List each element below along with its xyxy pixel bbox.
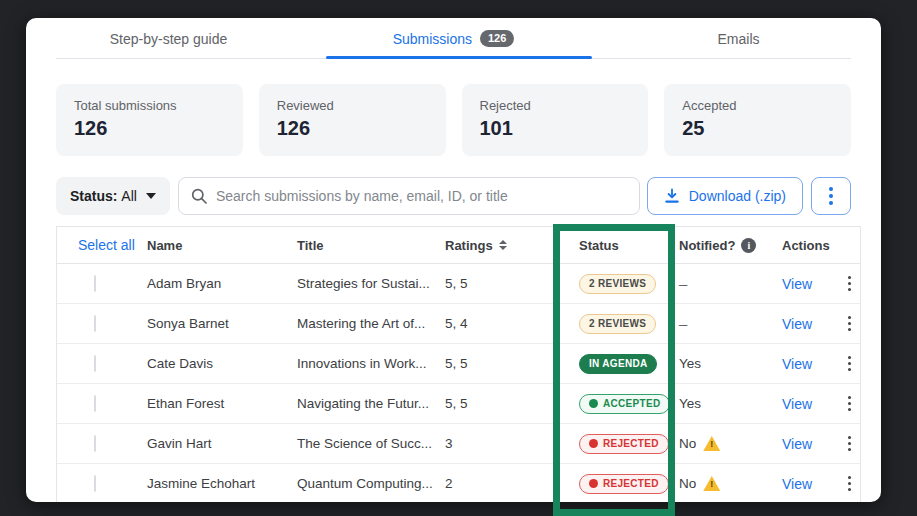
cell-title: Navigating the Futur... bbox=[297, 396, 445, 411]
cell-notified: – bbox=[679, 315, 687, 332]
stat-accepted: Accepted 25 bbox=[664, 84, 851, 156]
row-checkbox[interactable] bbox=[94, 315, 96, 332]
cell-title: The Science of Succ... bbox=[297, 436, 445, 451]
cell-name: Adam Bryan bbox=[147, 276, 297, 291]
row-kebab-icon[interactable] bbox=[848, 475, 851, 492]
status-dot bbox=[589, 439, 598, 448]
cell-title: Strategies for Sustai... bbox=[297, 276, 445, 291]
status-filter-dropdown[interactable]: Status: All bbox=[56, 177, 170, 215]
status-filter-text: Status: All bbox=[70, 188, 137, 204]
submissions-table: Select all Name Title Ratings Status Not… bbox=[56, 226, 861, 502]
kebab-icon bbox=[829, 185, 833, 207]
info-icon[interactable]: i bbox=[741, 238, 756, 253]
status-badge: 2 REVIEWS bbox=[579, 274, 656, 294]
row-kebab-icon[interactable] bbox=[848, 395, 851, 412]
cell-name: Ethan Forest bbox=[147, 396, 297, 411]
row-kebab-icon[interactable] bbox=[848, 275, 851, 292]
cell-ratings: 5, 5 bbox=[445, 276, 569, 291]
stat-rejected: Rejected 101 bbox=[462, 84, 649, 156]
toolbar-more-options-button[interactable] bbox=[811, 177, 851, 215]
tab-label: Submissions bbox=[393, 31, 472, 47]
stat-label: Total submissions bbox=[74, 98, 225, 113]
sort-icon[interactable] bbox=[499, 240, 507, 250]
stat-label: Reviewed bbox=[277, 98, 428, 113]
cell-notified: No bbox=[679, 476, 696, 491]
row-checkbox[interactable] bbox=[94, 355, 96, 372]
view-link[interactable]: View bbox=[782, 436, 812, 452]
column-header-actions: Actions bbox=[782, 238, 860, 253]
column-header-title: Title bbox=[297, 238, 445, 253]
stat-value: 126 bbox=[277, 117, 428, 140]
cell-title: Quantum Computing... bbox=[297, 476, 445, 491]
download-label: Download (.zip) bbox=[689, 188, 786, 204]
tab-step-by-step-guide[interactable]: Step-by-step guide bbox=[26, 18, 311, 59]
status-dot bbox=[589, 399, 598, 408]
cell-notified: Yes bbox=[679, 356, 701, 371]
status-badge: IN AGENDA bbox=[579, 354, 657, 374]
table-row: Cate Davis Innovations in Work... 5, 5 I… bbox=[57, 344, 860, 384]
view-link[interactable]: View bbox=[782, 396, 812, 412]
cell-ratings: 5, 5 bbox=[445, 356, 569, 371]
cell-name: Gavin Hart bbox=[147, 436, 297, 451]
tab-label: Step-by-step guide bbox=[110, 31, 228, 47]
tab-submissions[interactable]: Submissions 126 bbox=[311, 18, 596, 59]
table-row: Adam Bryan Strategies for Sustai... 5, 5… bbox=[57, 264, 860, 304]
stat-label: Accepted bbox=[682, 98, 833, 113]
table-row: Jasmine Echohart Quantum Computing... 2 … bbox=[57, 464, 860, 502]
table-row: Sonya Barnet Mastering the Art of... 5, … bbox=[57, 304, 860, 344]
select-all-button[interactable]: Select all bbox=[57, 237, 147, 253]
warning-icon: ! bbox=[703, 436, 720, 451]
stat-reviewed: Reviewed 126 bbox=[259, 84, 446, 156]
row-checkbox[interactable] bbox=[94, 395, 96, 412]
row-kebab-icon[interactable] bbox=[848, 435, 851, 452]
status-badge: ACCEPTED bbox=[579, 394, 670, 414]
cell-title: Mastering the Art of... bbox=[297, 316, 445, 331]
cell-ratings: 2 bbox=[445, 476, 569, 491]
view-link[interactable]: View bbox=[782, 356, 812, 372]
status-badge: REJECTED bbox=[579, 474, 669, 494]
status-badge: REJECTED bbox=[579, 434, 669, 454]
column-header-status: Status bbox=[569, 238, 679, 253]
submissions-panel: Step-by-step guide Submissions 126 Email… bbox=[26, 18, 881, 502]
view-link[interactable]: View bbox=[782, 476, 812, 492]
cell-ratings: 5, 4 bbox=[445, 316, 569, 331]
stat-value: 101 bbox=[480, 117, 631, 140]
status-dot bbox=[589, 479, 598, 488]
stat-value: 25 bbox=[682, 117, 833, 140]
submissions-count-badge: 126 bbox=[480, 30, 514, 47]
cell-notified: – bbox=[679, 275, 687, 292]
row-kebab-icon[interactable] bbox=[848, 315, 851, 332]
search-box[interactable] bbox=[178, 177, 640, 215]
toolbar: Status: All Download (.zip) bbox=[56, 177, 851, 215]
column-header-ratings[interactable]: Ratings bbox=[445, 238, 569, 253]
cell-title: Innovations in Work... bbox=[297, 356, 445, 371]
view-link[interactable]: View bbox=[782, 276, 812, 292]
cell-ratings: 5, 5 bbox=[445, 396, 569, 411]
stats-row: Total submissions 126 Reviewed 126 Rejec… bbox=[56, 84, 851, 156]
stat-label: Rejected bbox=[480, 98, 631, 113]
table-header-row: Select all Name Title Ratings Status Not… bbox=[57, 227, 860, 264]
table-row: Ethan Forest Navigating the Futur... 5, … bbox=[57, 384, 860, 424]
tab-label: Emails bbox=[717, 31, 759, 47]
row-checkbox[interactable] bbox=[94, 475, 96, 492]
row-checkbox[interactable] bbox=[94, 435, 96, 452]
warning-icon: ! bbox=[703, 476, 720, 491]
stat-value: 126 bbox=[74, 117, 225, 140]
tab-emails[interactable]: Emails bbox=[596, 18, 881, 59]
cell-name: Sonya Barnet bbox=[147, 316, 297, 331]
cell-notified: Yes bbox=[679, 396, 701, 411]
tab-bar: Step-by-step guide Submissions 126 Email… bbox=[26, 18, 881, 59]
download-icon bbox=[664, 188, 680, 204]
download-zip-button[interactable]: Download (.zip) bbox=[647, 177, 803, 215]
row-kebab-icon[interactable] bbox=[848, 355, 851, 372]
cell-ratings: 3 bbox=[445, 436, 569, 451]
chevron-down-icon bbox=[146, 193, 156, 199]
search-input[interactable] bbox=[216, 188, 627, 204]
row-checkbox[interactable] bbox=[94, 275, 96, 292]
cell-notified: No bbox=[679, 436, 696, 451]
table-row: Gavin Hart The Science of Succ... 3 REJE… bbox=[57, 424, 860, 464]
cell-name: Cate Davis bbox=[147, 356, 297, 371]
cell-name: Jasmine Echohart bbox=[147, 476, 297, 491]
view-link[interactable]: View bbox=[782, 316, 812, 332]
column-header-name: Name bbox=[147, 238, 297, 253]
